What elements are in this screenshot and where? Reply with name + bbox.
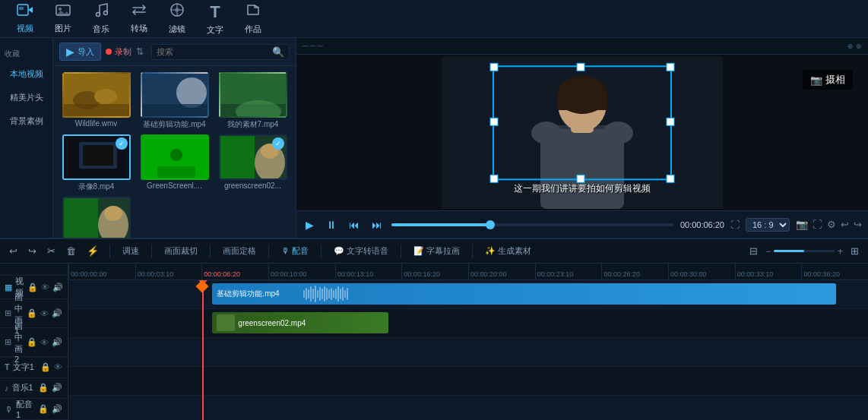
sort-icon[interactable]: ⇅ (136, 46, 144, 57)
tool-divider (268, 245, 269, 258)
zoom-in-icon[interactable]: + (838, 246, 843, 257)
audio-mix1[interactable]: 🔊 (51, 403, 63, 415)
track-row-music1 (68, 396, 868, 420)
eye-pip1[interactable]: 👁 (40, 308, 49, 319)
progress-bar[interactable] (391, 223, 674, 226)
nav-photo[interactable]: 图片 (44, 0, 82, 37)
svg-rect-51 (490, 175, 498, 182)
progress-knob (486, 220, 495, 229)
thumb-green2-label: greenscreen02... (219, 182, 287, 190)
sidebar-item-highlight[interactable]: 精美片头 (0, 86, 52, 109)
thumb-item[interactable]: ✓ 录像8.mp4 (59, 134, 133, 192)
playhead (202, 280, 204, 420)
track-label-pip1: ⊞ 画中画1 🔒 👁 🔊 (0, 299, 68, 328)
ruler-mark: 00:00:36:20 (801, 264, 868, 279)
fit-button[interactable]: ⊟ (746, 244, 761, 258)
surface-cut-label[interactable]: 画面裁切 (160, 244, 202, 258)
thumb-item[interactable]: GreenScreenl.... (138, 134, 211, 192)
surface2-label[interactable]: 画面定格 (218, 244, 261, 258)
thumb-item[interactable]: 我的素材7.mp4 (216, 72, 290, 130)
svg-point-17 (176, 77, 207, 108)
play-button[interactable]: ▶ (303, 217, 317, 232)
pip2-track-icon: ⊞ (5, 337, 11, 347)
settings-icon[interactable]: ⚙ (827, 219, 836, 230)
clip-video-main[interactable]: 基础剪辑功能.mp4 (212, 283, 836, 305)
delete-button[interactable]: 🗑 (63, 244, 79, 258)
zoom-out-icon[interactable]: − (765, 246, 771, 257)
subtitle-label[interactable]: 📝 字幕拉画 (409, 244, 464, 258)
adjust-speed-label[interactable]: 调速 (118, 244, 144, 258)
audio-video[interactable]: 🔊 (52, 282, 64, 293)
track-controls-mix1: 🔒 🔊 (37, 403, 63, 415)
screenshot-icon[interactable]: 📷 (796, 219, 808, 230)
nav-filter[interactable]: 滤镜 (158, 0, 196, 38)
lock-text1[interactable]: 🔒 (40, 362, 52, 373)
thumb-item[interactable]: ✓ greenscreen02... (216, 134, 290, 192)
track-controls-pip2: 🔒 👁 🔊 (26, 336, 63, 348)
tool-divider (109, 245, 110, 258)
import-button[interactable]: ▶ 导入 (59, 43, 101, 61)
zoom-fit-button[interactable]: ⊞ (847, 244, 862, 258)
media-search: 🔍 (151, 44, 290, 60)
lock-pip2[interactable]: 🔒 (26, 336, 38, 348)
thumb-item[interactable]: 基础剪辑功能.mp4 (138, 72, 211, 130)
next-frame-button[interactable]: ⏭ (369, 217, 385, 232)
preview-controls: ▶ ⏸ ⏮ ⏭ 00:00:06:20 ⛶ 16 : 9 4 : 3 1 : 1… (296, 210, 868, 238)
cut-button[interactable]: ✂ (44, 244, 59, 258)
zoom-bar[interactable] (774, 250, 835, 252)
ruler-mark: 00:00:26:20 (601, 264, 668, 279)
nav-music-label: 音乐 (93, 24, 109, 35)
sidebar-item-local[interactable]: 本地视频 (0, 62, 52, 86)
mix-label[interactable]: 🎙 配音 (277, 244, 313, 258)
audio-music1[interactable]: 🔊 (51, 382, 63, 393)
thumb-wode-img (219, 72, 287, 118)
record-button[interactable]: 录制 (106, 46, 131, 58)
eye-pip2[interactable]: 👁 (40, 336, 49, 348)
split-button[interactable]: ⚡ (84, 244, 102, 258)
eye-video[interactable]: 👁 (40, 282, 50, 293)
nav-photo-label: 图片 (55, 23, 71, 34)
lock-video[interactable]: 🔒 (27, 282, 39, 293)
progress-fill (391, 223, 490, 226)
time-display: 00:00:06:20 (680, 220, 724, 229)
audio-pip1[interactable]: 🔊 (51, 308, 63, 319)
thumb-green3-img (62, 197, 131, 238)
clip-pip1-main[interactable]: greenscreen02.mp4 (212, 312, 388, 333)
fullscreen-icon[interactable]: ⛶ (813, 219, 822, 230)
search-input[interactable] (157, 47, 272, 56)
nav-music[interactable]: 音乐 (82, 0, 120, 38)
text-voice-label[interactable]: 💬 文字转语音 (329, 244, 393, 258)
audio-pip2[interactable]: 🔊 (51, 336, 63, 348)
thumb-item[interactable]: GreenScreen2.m... (59, 197, 133, 238)
eye-text1[interactable]: 👁 (53, 362, 63, 373)
track-label-music1: ♪ 音乐1 🔒 🔊 (0, 378, 68, 399)
generate-label[interactable]: ✨ 生成素材 (480, 244, 536, 258)
nav-works[interactable]: 作品 (234, 0, 272, 38)
nav-text[interactable]: T 文字 (196, 0, 234, 39)
nav-video[interactable]: 视频 (6, 0, 44, 37)
prev-step-icon[interactable]: ↩ (841, 219, 849, 230)
music-icon (94, 2, 108, 21)
zoom-controls: − + (765, 246, 843, 257)
undo-button[interactable]: ↩ (6, 244, 21, 258)
ruler-mark: 00:00:30:00 (668, 264, 735, 279)
nav-convert[interactable]: 转场 (120, 0, 158, 37)
lock-pip1[interactable]: 🔒 (26, 308, 38, 319)
ratio-select[interactable]: 16 : 9 4 : 3 1 : 1 (746, 218, 790, 232)
lock-music1[interactable]: 🔒 (37, 382, 49, 393)
redo-button[interactable]: ↪ (25, 244, 40, 258)
track-label-video: ▦ 视频 🔒 👁 🔊 (0, 276, 68, 299)
next-step-icon[interactable]: ↪ (854, 219, 862, 230)
thumb-item[interactable]: Wildlife.wmv (59, 72, 133, 130)
lock-mix1[interactable]: 🔒 (37, 403, 49, 415)
svg-rect-33 (64, 198, 98, 238)
pause-button[interactable]: ⏸ (323, 217, 340, 232)
sidebar-item-bgexample[interactable]: 背景素例 (0, 109, 52, 133)
preview-action-icons: 📷 ⛶ ⚙ ↩ ↪ (796, 219, 862, 230)
svg-rect-15 (64, 104, 131, 118)
camera-badge: 📷 摄相 (803, 70, 853, 90)
photo-icon (55, 3, 71, 21)
prev-frame-button[interactable]: ⏮ (346, 217, 363, 232)
track-labels: ▦ 视频 🔒 👁 🔊 ⊞ 画中画1 🔒 👁 🔊 (0, 264, 68, 420)
nav-video-label: 视频 (17, 23, 33, 34)
